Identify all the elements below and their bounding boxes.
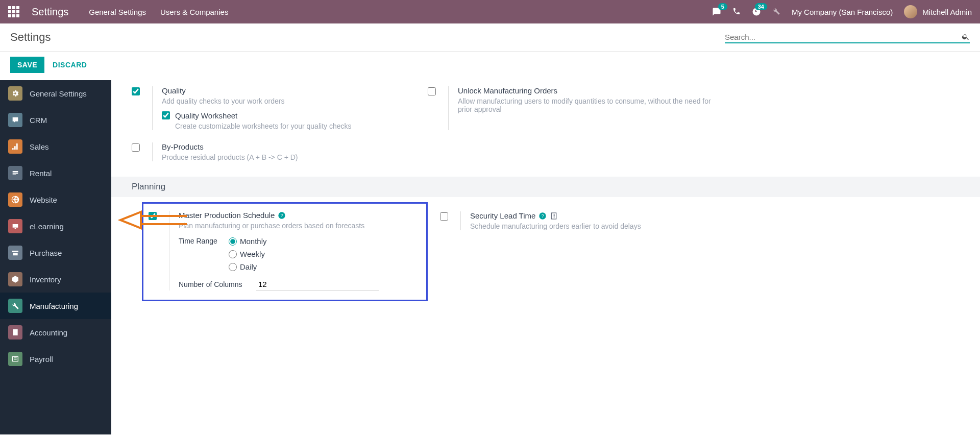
byproducts-checkbox[interactable] bbox=[132, 143, 140, 152]
elearning-icon bbox=[8, 219, 22, 233]
radio-monthly[interactable]: Monthly bbox=[229, 237, 267, 246]
sidebar-item-inventory[interactable]: Inventory bbox=[0, 266, 111, 293]
activities-badge: 34 bbox=[755, 3, 767, 10]
setting-desc: Add quality checks to your work orders bbox=[162, 97, 418, 105]
discard-button[interactable]: DISCARD bbox=[53, 61, 87, 69]
setting-desc: Produce residual products (A + B -> C + … bbox=[162, 153, 418, 161]
nav-users-companies[interactable]: Users & Companies bbox=[160, 8, 228, 16]
num-cols-input[interactable] bbox=[256, 278, 379, 290]
activities-icon[interactable]: 34 bbox=[752, 7, 761, 16]
setting-mps: Master Production Schedule ? Plan manufa… bbox=[143, 204, 426, 300]
sec-lead-checkbox[interactable] bbox=[440, 212, 448, 221]
globe-icon bbox=[8, 192, 22, 207]
sidebar-item-general[interactable]: General Settings bbox=[0, 80, 111, 107]
sidebar-item-accounting[interactable]: Accounting bbox=[0, 319, 111, 346]
setting-title: Security Lead Time ? bbox=[470, 211, 726, 220]
app-title: Settings bbox=[32, 6, 68, 18]
sidebar-item-sales[interactable]: Sales bbox=[0, 133, 111, 160]
topbar: Settings General Settings Users & Compan… bbox=[0, 0, 980, 23]
setting-title: By-Products bbox=[162, 142, 418, 151]
sidebar-item-label: Sales bbox=[30, 142, 49, 151]
company-selector[interactable]: My Company (San Francisco) bbox=[792, 8, 893, 16]
setting-title: Quality Worksheet bbox=[175, 111, 351, 120]
radio-weekly[interactable]: Weekly bbox=[229, 250, 267, 258]
quality-worksheet-checkbox[interactable] bbox=[162, 111, 170, 119]
setting-desc: Create customizable worksheets for your … bbox=[175, 122, 351, 130]
building-icon[interactable] bbox=[550, 212, 558, 220]
sidebar-item-crm[interactable]: CRM bbox=[0, 107, 111, 133]
nav-menu: General Settings Users & Companies bbox=[89, 8, 228, 16]
setting-quality: Quality Add quality checks to your work … bbox=[127, 82, 423, 134]
systray: 5 34 My Company (San Francisco) Mitchell… bbox=[712, 5, 972, 18]
button-row: SAVE DISCARD bbox=[0, 52, 980, 80]
wrench-icon bbox=[8, 299, 22, 313]
search-input[interactable] bbox=[725, 33, 958, 41]
control-panel: Settings bbox=[0, 23, 980, 52]
sidebar-item-elearning[interactable]: eLearning bbox=[0, 213, 111, 239]
radio-daily[interactable]: Daily bbox=[229, 262, 267, 271]
setting-security-lead: Security Lead Time ? Schedule manufactur… bbox=[435, 207, 731, 234]
crm-icon bbox=[8, 113, 22, 127]
phone-icon[interactable] bbox=[732, 7, 741, 17]
unlock-mo-checkbox[interactable] bbox=[428, 87, 436, 95]
mps-title-text: Master Production Schedule bbox=[179, 211, 275, 220]
gear-icon bbox=[8, 86, 22, 101]
sidebar-item-label: Rental bbox=[30, 169, 52, 178]
help-icon[interactable]: ? bbox=[278, 211, 286, 220]
svg-text:?: ? bbox=[281, 213, 283, 218]
sidebar-item-label: General Settings bbox=[30, 89, 87, 98]
rental-icon bbox=[8, 166, 22, 180]
sidebar-item-payroll[interactable]: Payroll bbox=[0, 346, 111, 372]
sidebar-item-label: Manufacturing bbox=[30, 302, 78, 310]
tools-icon[interactable] bbox=[772, 7, 780, 17]
sidebar-item-label: Inventory bbox=[30, 275, 61, 284]
sidebar-item-rental[interactable]: Rental bbox=[0, 160, 111, 186]
section-header-planning: Planning bbox=[111, 177, 980, 197]
svg-rect-4 bbox=[552, 213, 556, 219]
sidebar-item-label: eLearning bbox=[30, 222, 64, 231]
settings-content: Quality Add quality checks to your work … bbox=[111, 80, 980, 434]
sidebar-item-label: Accounting bbox=[30, 328, 67, 337]
settings-sidebar: General Settings CRM Sales Rental Websit… bbox=[0, 80, 111, 434]
setting-unlock-mo: Unlock Manufacturing Orders Allow manufa… bbox=[423, 82, 719, 134]
mps-checkbox[interactable] bbox=[149, 212, 157, 220]
help-icon[interactable]: ? bbox=[538, 212, 547, 220]
setting-desc: Allow manufacturing users to modify quan… bbox=[458, 97, 714, 113]
user-menu[interactable]: Mitchell Admin bbox=[904, 5, 972, 18]
sidebar-item-label: Purchase bbox=[30, 249, 62, 257]
sidebar-item-purchase[interactable]: Purchase bbox=[0, 239, 111, 266]
sidebar-item-website[interactable]: Website bbox=[0, 186, 111, 213]
nav-general-settings[interactable]: General Settings bbox=[89, 8, 146, 16]
payroll-icon bbox=[8, 352, 22, 366]
sales-icon bbox=[8, 139, 22, 154]
sidebar-item-label: Website bbox=[30, 196, 57, 204]
user-name: Mitchell Admin bbox=[922, 8, 972, 16]
sidebar-item-label: Payroll bbox=[30, 355, 53, 364]
mps-highlight: Master Production Schedule ? Plan manufa… bbox=[142, 202, 428, 301]
time-range-group: Monthly Weekly Daily bbox=[229, 237, 267, 271]
breadcrumb: Settings bbox=[10, 31, 51, 44]
search-icon[interactable] bbox=[962, 33, 970, 41]
save-button[interactable]: SAVE bbox=[10, 57, 44, 73]
messages-icon[interactable]: 5 bbox=[712, 7, 721, 16]
inventory-icon bbox=[8, 272, 22, 286]
setting-desc: Schedule manufacturing orders earlier to… bbox=[470, 222, 726, 230]
search-box[interactable] bbox=[725, 32, 970, 43]
accounting-icon bbox=[8, 325, 22, 340]
svg-text:?: ? bbox=[542, 213, 544, 219]
main-area: General Settings CRM Sales Rental Websit… bbox=[0, 80, 980, 434]
time-range-label: Time Range bbox=[179, 237, 223, 245]
sec-lead-title-text: Security Lead Time bbox=[470, 211, 535, 220]
setting-title: Quality bbox=[162, 86, 418, 95]
purchase-icon bbox=[8, 246, 22, 260]
setting-byproducts: By-Products Produce residual products (A… bbox=[127, 138, 423, 165]
sidebar-item-label: CRM bbox=[30, 116, 47, 125]
setting-title: Unlock Manufacturing Orders bbox=[458, 86, 714, 95]
apps-menu-icon[interactable] bbox=[8, 6, 19, 17]
setting-title: Master Production Schedule ? bbox=[179, 211, 421, 220]
quality-checkbox[interactable] bbox=[132, 87, 140, 95]
sidebar-item-manufacturing[interactable]: Manufacturing bbox=[0, 293, 111, 319]
num-cols-label: Number of Columns bbox=[179, 280, 250, 288]
messages-badge: 5 bbox=[718, 3, 727, 10]
avatar-icon bbox=[904, 5, 917, 18]
